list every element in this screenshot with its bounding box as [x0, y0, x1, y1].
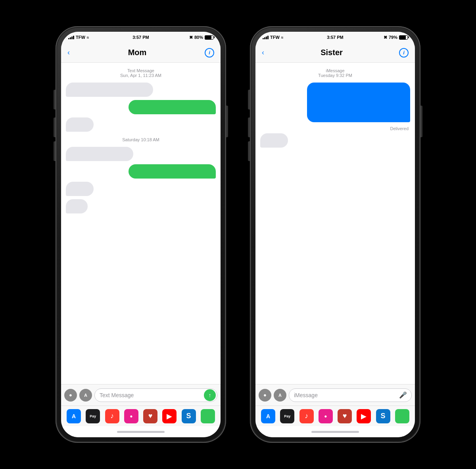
status-bar-2: TFW ≈ 3:57 PM ✖ 79% — [255, 32, 415, 43]
phone-1: TFW ≈ 3:57 PM ✖ 80% ‹ Mom — [56, 26, 226, 443]
back-button-1[interactable]: ‹ — [67, 48, 70, 57]
bubble-outgoing-blue-1 — [307, 83, 410, 122]
camera-button-1[interactable]: ● — [64, 389, 77, 402]
bubble-incoming-5 — [66, 199, 88, 213]
bubble-incoming-2 — [66, 117, 94, 132]
send-icon-1: ↑ — [209, 392, 211, 398]
messages-area-2: iMessageTuesday 9:32 PM Delivered — [255, 63, 415, 384]
bubble-outgoing-1 — [129, 100, 216, 114]
home-indicator-1 — [61, 426, 221, 437]
app-button-2[interactable]: A — [274, 389, 286, 402]
time-1: 3:57 PM — [132, 35, 149, 40]
dock-shazam-2[interactable]: S — [376, 409, 390, 423]
input-bar-1: ● A Text Message ↑ — [61, 384, 221, 406]
search-dock-icon-2: ● — [324, 413, 327, 419]
home-bar-1 — [117, 431, 165, 433]
dock-hearts-2[interactable]: ♥ — [338, 409, 352, 423]
bubble-incoming-4 — [66, 182, 94, 196]
message-row-3 — [66, 117, 216, 132]
music-icon-1: ♪ — [110, 412, 114, 420]
battery-icon-1 — [205, 35, 213, 40]
contact-name-2: Sister — [321, 48, 343, 57]
app-dock-2: A Pay ♪ ● ♥ ▶ S — [255, 406, 415, 426]
status-right-1: ✖ 80% — [189, 35, 213, 40]
dock-youtube-1[interactable]: ▶ — [162, 409, 177, 423]
phone-screen-2: TFW ≈ 3:57 PM ✖ 79% ‹ Sister — [255, 32, 415, 437]
dock-search-2[interactable]: ● — [319, 409, 333, 423]
search-dock-icon-1: ● — [130, 413, 132, 419]
message-row-6 — [66, 182, 216, 196]
message-input-1[interactable]: Text Message ↑ — [94, 388, 217, 402]
app-dock-1: A Pay ♪ ● ♥ ▶ S — [61, 406, 221, 426]
chevron-left-icon-1: ‹ — [67, 48, 70, 57]
time-2: 3:57 PM — [327, 35, 344, 40]
message-row-1 — [66, 83, 216, 97]
send-button-1[interactable]: ↑ — [204, 389, 216, 401]
bubble-incoming-1 — [66, 83, 153, 97]
shazam-icon-1: S — [186, 412, 191, 420]
home-bar-2 — [311, 431, 359, 433]
dock-apple-pay-2[interactable]: Pay — [280, 409, 294, 423]
timestamp-1: Text MessageSun, Apr 1, 11:23 AM — [66, 68, 216, 78]
dock-youtube-2[interactable]: ▶ — [357, 409, 371, 423]
music-icon-2: ♪ — [305, 412, 308, 420]
message-row-8 — [260, 83, 410, 122]
input-bar-2: ● A iMessage 🎤 — [255, 384, 415, 406]
delivered-label-1: Delivered — [260, 126, 410, 131]
apple-pay-icon-2: Pay — [284, 414, 290, 418]
app-store-dock-icon-2: A — [266, 413, 270, 419]
app-store-icon-2: A — [278, 393, 282, 398]
home-indicator-2 — [255, 426, 415, 437]
message-row-7 — [66, 199, 216, 213]
info-icon-2: i — [403, 50, 405, 56]
camera-button-2[interactable]: ● — [259, 389, 271, 402]
dock-app-store-2[interactable]: A — [261, 409, 275, 423]
status-left-1: TFW ≈ — [68, 35, 89, 40]
wifi-icon-2: ≈ — [281, 35, 284, 40]
dock-hearts-1[interactable]: ♥ — [143, 409, 157, 423]
dock-extra-2[interactable] — [395, 409, 409, 423]
dock-app-store-1[interactable]: A — [67, 409, 81, 423]
status-left-2: TFW ≈ — [263, 35, 283, 40]
input-placeholder-1: Text Message — [100, 392, 134, 398]
back-button-2[interactable]: ‹ — [262, 48, 264, 57]
dock-apple-pay-1[interactable]: Pay — [86, 409, 100, 423]
camera-icon-1: ● — [69, 392, 72, 398]
signal-icon-1 — [68, 35, 74, 39]
info-button-1[interactable]: i — [205, 48, 214, 58]
info-button-2[interactable]: i — [399, 48, 409, 58]
signal-icon-2 — [263, 35, 269, 39]
camera-icon-2: ● — [263, 392, 267, 398]
timestamp-2: Saturday 10:18 AM — [66, 137, 216, 142]
mic-icon-2: 🎤 — [399, 391, 407, 399]
app-button-1[interactable]: A — [79, 389, 92, 402]
message-input-2[interactable]: iMessage 🎤 — [289, 388, 412, 402]
app-store-icon-1: A — [84, 393, 87, 398]
nav-bar-2: ‹ Sister i — [255, 43, 415, 63]
dock-search-1[interactable]: ● — [124, 409, 138, 423]
youtube-icon-2: ▶ — [361, 412, 367, 421]
dock-extra-1[interactable] — [201, 409, 215, 423]
message-row-9 — [260, 133, 410, 148]
contact-name-1: Mom — [128, 48, 147, 57]
dock-music-1[interactable]: ♪ — [105, 409, 119, 423]
carrier-1: TFW — [76, 35, 85, 40]
phone-2: TFW ≈ 3:57 PM ✖ 79% ‹ Sister — [250, 26, 420, 443]
bubble-incoming-3 — [66, 147, 133, 161]
mic-button-2[interactable]: 🎤 — [397, 389, 409, 401]
info-icon-1: i — [209, 50, 210, 56]
status-right-2: ✖ 79% — [384, 35, 408, 40]
hearts-icon-2: ♥ — [343, 412, 347, 420]
status-bar-1: TFW ≈ 3:57 PM ✖ 80% — [61, 32, 221, 43]
bluetooth-icon-2: ✖ — [384, 35, 387, 40]
dock-music-2[interactable]: ♪ — [299, 409, 314, 423]
apple-pay-icon-1: Pay — [90, 414, 96, 418]
phone-screen-1: TFW ≈ 3:57 PM ✖ 80% ‹ Mom — [61, 32, 221, 437]
dock-shazam-1[interactable]: S — [182, 409, 196, 423]
input-placeholder-2: iMessage — [294, 392, 318, 398]
timestamp-3: iMessageTuesday 9:32 PM — [260, 68, 410, 78]
chevron-left-icon-2: ‹ — [262, 48, 264, 57]
battery-pct-2: 79% — [389, 35, 397, 40]
message-row-2 — [66, 100, 216, 114]
phone-shell-2: TFW ≈ 3:57 PM ✖ 79% ‹ Sister — [250, 26, 420, 443]
